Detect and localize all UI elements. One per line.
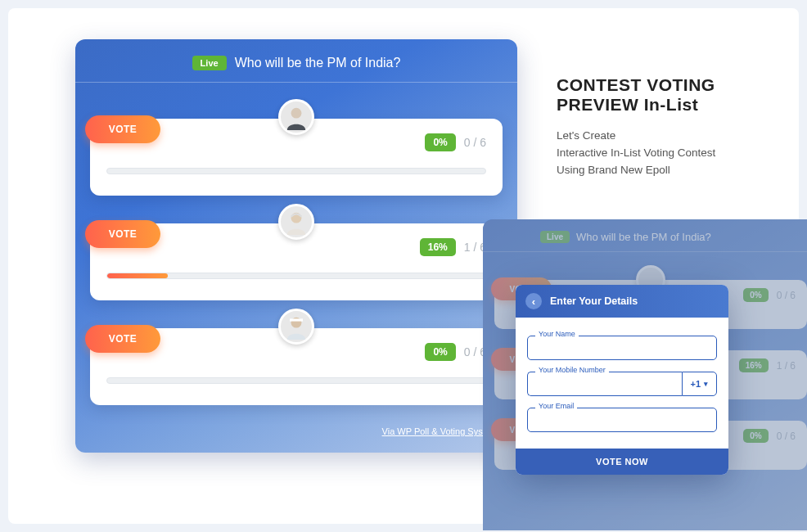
name-input[interactable]	[527, 336, 717, 360]
info-title: CONTEST VOTING PREVIEW In-List	[557, 75, 786, 115]
percent-badge: 16%	[420, 238, 456, 256]
email-field: Your Email	[527, 408, 717, 432]
footer-credit-link[interactable]: Via WP Poll & Voting System	[382, 426, 498, 436]
percent-badge: 0%	[425, 343, 455, 361]
vote-now-button[interactable]: VOTE NOW	[516, 449, 728, 475]
progress-fill	[107, 273, 168, 278]
field-label: Your Name	[535, 330, 579, 338]
back-button[interactable]: ‹	[525, 293, 542, 309]
poll-footer: Via WP Poll & Voting System	[75, 418, 517, 438]
option-stats: 0% 0 / 6	[106, 133, 486, 151]
poll-card: Live Who will be the PM of India? VOTE 0…	[75, 39, 517, 453]
name-field: Your Name	[527, 336, 717, 360]
info-panel: CONTEST VOTING PREVIEW In-List Let's Cre…	[557, 75, 786, 179]
candidate-avatar	[278, 204, 314, 240]
info-subtitle: Let's Create Interactive In-List Voting …	[557, 128, 786, 179]
country-code-select[interactable]: +1 ▾	[682, 372, 717, 396]
mobile-input[interactable]	[527, 372, 682, 396]
info-sub-line: Let's Create	[557, 129, 615, 142]
poll-option: VOTE 16% 1 / 6	[90, 223, 503, 300]
info-sub-line: Interactive In-List Voting Contest	[557, 147, 715, 159]
field-label: Your Email	[535, 402, 577, 410]
info-title-line: CONTEST VOTING	[557, 75, 715, 94]
chevron-left-icon: ‹	[532, 295, 535, 308]
voter-details-modal: ‹ Enter Your Details Your Name Your Mobi…	[516, 285, 728, 475]
candidate-avatar	[278, 309, 314, 345]
page-canvas: Live Who will be the PM of India? VOTE 0…	[8, 8, 799, 524]
option-stats: 0% 0 / 6	[106, 343, 486, 361]
info-sub-line: Using Brand New Epoll	[557, 164, 670, 176]
live-badge: Live	[192, 56, 227, 70]
progress-track	[106, 168, 486, 174]
info-title-line: PREVIEW In-List	[557, 95, 698, 114]
svg-rect-3	[290, 318, 303, 321]
percent-badge: 0%	[425, 133, 455, 151]
svg-point-0	[291, 108, 302, 119]
country-code-value: +1	[690, 379, 701, 389]
vote-button[interactable]: VOTE	[85, 115, 160, 143]
progress-track	[106, 377, 486, 384]
chevron-down-icon: ▾	[704, 380, 708, 388]
vote-button[interactable]: VOTE	[85, 325, 160, 353]
poll-options: VOTE 0% 0 / 6 VOTE 16%	[75, 83, 517, 418]
mobile-field: Your Mobile Number +1 ▾	[527, 372, 717, 396]
email-input[interactable]	[527, 408, 717, 432]
progress-track	[106, 273, 486, 279]
candidate-avatar	[278, 99, 314, 135]
modal-body: Your Name Your Mobile Number +1 ▾ Your E…	[516, 318, 728, 449]
poll-option: VOTE 0% 0 / 6	[90, 328, 503, 405]
modal-header: ‹ Enter Your Details	[516, 285, 728, 318]
field-label: Your Mobile Number	[535, 366, 609, 374]
poll-title: Who will be the PM of India?	[235, 56, 401, 70]
vote-count: 0 / 6	[464, 136, 486, 149]
poll-header: Live Who will be the PM of India?	[75, 39, 517, 83]
modal-title: Enter Your Details	[550, 295, 638, 307]
option-stats: 16% 1 / 6	[106, 238, 486, 256]
vote-button[interactable]: VOTE	[85, 220, 160, 248]
poll-option: VOTE 0% 0 / 6	[90, 119, 503, 196]
